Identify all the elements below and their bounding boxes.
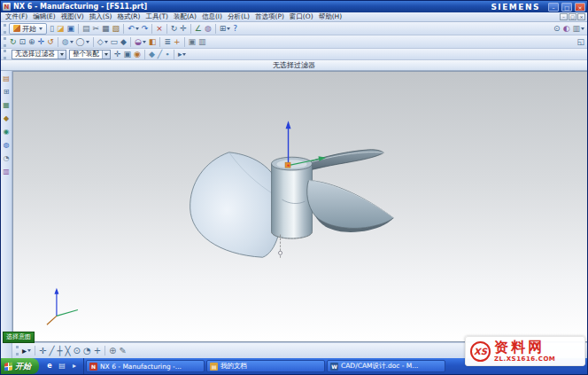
arc-center-snap-icon[interactable]: ⊙ — [73, 345, 81, 357]
type-filter-combo[interactable]: 无选择过滤器 — [12, 50, 66, 59]
menu-item[interactable]: 装配(A) — [171, 12, 199, 21]
selection-scope-combo[interactable]: 整个装配 — [69, 50, 111, 59]
show-hide-icon[interactable]: ◒ — [134, 36, 147, 48]
snapshot-icon[interactable]: ▣ — [188, 36, 197, 48]
command-finder-icon[interactable]: ⊙ — [553, 23, 561, 35]
point-snap-icon[interactable]: + — [93, 345, 102, 357]
wireframe-icon[interactable]: ◯ — [75, 36, 90, 48]
menu-item[interactable]: 信息(I) — [199, 12, 225, 21]
restore-button[interactable]: □ — [561, 3, 572, 12]
delete-icon[interactable]: × — [155, 23, 164, 35]
vertex-filter-icon[interactable]: ∙ — [164, 49, 171, 60]
constraint-navigator-icon[interactable]: ⊞ — [2, 87, 12, 97]
quadrant-snap-icon[interactable]: ◔ — [82, 345, 92, 357]
doc-restore-button[interactable]: □ — [569, 13, 576, 20]
hd3d-tools-icon[interactable]: ◉ — [2, 127, 12, 137]
task-my-documents[interactable]: ▤ 我的文档 — [206, 360, 325, 372]
history-icon[interactable]: ◔ — [2, 153, 12, 163]
zoom-tool-icon[interactable]: ⊕ — [108, 345, 117, 357]
task-nx[interactable]: N NX 6 - Manufacturing -... — [86, 360, 205, 372]
toolbar-grip[interactable] — [4, 50, 6, 59]
front-view-icon[interactable]: ▭ — [110, 36, 120, 48]
toolbar-grip[interactable] — [4, 37, 6, 47]
zoom-in-out-icon[interactable]: ⊕ — [27, 36, 36, 48]
select-all-icon[interactable]: ▣ — [123, 49, 133, 60]
open-icon[interactable]: ◪ — [56, 23, 66, 35]
window-icon[interactable]: ⊞ — [219, 23, 232, 35]
minimize-button[interactable]: – — [548, 3, 559, 12]
undo-icon[interactable]: ↶ — [127, 23, 140, 35]
menu-item[interactable]: 工具(T) — [143, 12, 170, 21]
pan-icon[interactable]: ✛ — [37, 36, 46, 48]
menu-item[interactable]: 文件(F) — [3, 12, 30, 21]
intersection-snap-icon[interactable]: ╳ — [64, 345, 71, 357]
close-button[interactable]: × — [575, 3, 585, 12]
menu-item[interactable]: 视图(V) — [58, 12, 87, 21]
help-icon[interactable]: ? — [232, 23, 238, 35]
doc-minimize-button[interactable]: – — [560, 13, 568, 20]
refresh-icon[interactable]: ↻ — [9, 36, 18, 48]
isometric-view-icon[interactable]: ◆ — [120, 36, 128, 48]
measure-distance-icon[interactable]: ∠ — [194, 23, 203, 35]
doc-close-button[interactable]: × — [577, 13, 585, 20]
web-browser-icon[interactable]: ◍ — [2, 140, 12, 150]
roles-icon[interactable]: ◐ — [562, 23, 571, 35]
fit-window-icon[interactable]: ⊡ — [19, 36, 27, 48]
menu-item[interactable]: 分析(L) — [225, 12, 252, 21]
nx-start-button[interactable]: 开始 — [9, 23, 47, 35]
face-filter-icon[interactable]: ◆ — [148, 49, 156, 60]
menu-item[interactable]: 首选项(P) — [252, 12, 287, 21]
layer-settings-icon[interactable]: ≣ — [163, 36, 172, 48]
show-desktop-icon[interactable]: ▤ — [57, 361, 67, 371]
menu-item[interactable]: 编辑(E) — [30, 12, 58, 21]
snap-toggle-icon[interactable]: ✛ — [179, 23, 188, 35]
combo-arrow-icon[interactable] — [58, 51, 66, 59]
start-menu-button[interactable]: 开始 — [1, 358, 39, 374]
toolbar-grip[interactable] — [4, 24, 6, 34]
selection-mode-icon[interactable]: ▸ — [21, 345, 32, 357]
propeller-model[interactable] — [190, 150, 394, 258]
maximize-view-icon[interactable]: ◱ — [576, 36, 585, 48]
rotate-view-icon[interactable]: ↺ — [46, 36, 55, 48]
paste-icon[interactable]: ▧ — [112, 23, 121, 35]
wcs-z-arrow — [286, 121, 291, 129]
save-icon[interactable]: ▣ — [66, 23, 75, 35]
palettes-icon[interactable]: ▥ — [2, 167, 12, 176]
icon-glyph: ▦ — [3, 102, 10, 109]
midpoint-snap-icon[interactable]: ┼ — [56, 345, 63, 357]
menu-item[interactable]: 帮助(H) — [316, 12, 345, 21]
print-icon[interactable]: ▤ — [81, 23, 91, 35]
orient-view-icon[interactable]: ◇ — [97, 36, 109, 48]
task-word-doc[interactable]: W CAD/CAM设计.doc - M... — [327, 360, 445, 372]
redo-icon[interactable]: ↷ — [141, 23, 150, 35]
more-filters-icon[interactable]: ▸ — [177, 49, 188, 60]
part-navigator-icon[interactable]: ▦ — [2, 100, 12, 110]
visualization-preferences-icon[interactable]: ▥ — [197, 36, 207, 48]
wcs-display-icon[interactable]: + — [173, 36, 182, 48]
snap-point-icon[interactable]: ✛ — [38, 345, 47, 357]
title-bar[interactable]: N NX 6 - Manufacturing - [FS11.prt] SIEM… — [1, 1, 587, 12]
graphics-window[interactable] — [12, 71, 587, 342]
customize-icon[interactable]: ▥ — [571, 23, 585, 35]
copy-icon[interactable]: ▦ — [101, 23, 111, 35]
cut-icon[interactable]: ✂ — [92, 23, 101, 35]
reuse-library-icon[interactable]: ◆ — [2, 113, 12, 123]
snap-point-options-icon[interactable]: ✛ — [113, 49, 122, 60]
menu-item[interactable]: 窗口(O) — [287, 12, 316, 21]
internet-explorer-icon[interactable]: e — [44, 361, 55, 371]
display-analysis-icon[interactable]: ◍ — [204, 23, 213, 35]
media-player-icon[interactable]: ▸ — [69, 361, 80, 371]
assembly-navigator-icon[interactable]: ▤ — [2, 74, 12, 83]
combo-arrow-icon[interactable] — [102, 51, 110, 59]
shaded-with-edges-icon[interactable]: ◍ — [61, 36, 74, 48]
endpoint-snap-icon[interactable]: ╱ — [48, 345, 55, 357]
edge-filter-icon[interactable]: ╱ — [157, 49, 163, 60]
toolbar-grip[interactable] — [16, 346, 19, 355]
repeat-command-icon[interactable]: ↻ — [170, 23, 179, 35]
new-file-icon[interactable]: ▯ — [49, 23, 55, 35]
menu-item[interactable]: 插入(S) — [87, 12, 115, 21]
highlight-selection-icon[interactable]: ◉ — [133, 49, 142, 60]
annotate-icon[interactable]: ✎ — [118, 345, 127, 357]
menu-item[interactable]: 格式(R) — [114, 12, 143, 21]
edit-section-icon[interactable]: ◧ — [148, 36, 158, 48]
